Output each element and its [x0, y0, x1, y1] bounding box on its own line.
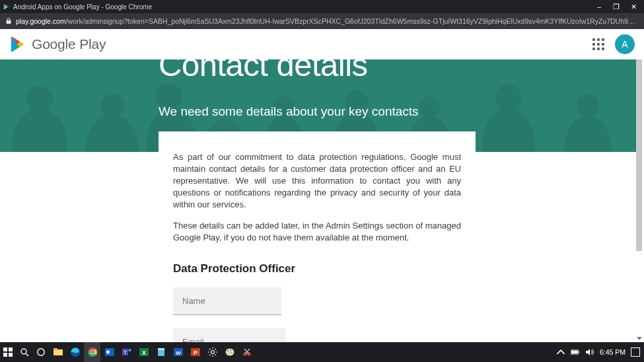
- url-path: /work/adminsignup?token=SABH_poNjl6m5aSU…: [66, 17, 639, 25]
- svg-rect-27: [3, 353, 7, 357]
- page-subtitle: We need some details about your key cont…: [159, 104, 419, 119]
- apps-icon[interactable]: [592, 38, 604, 50]
- google-play-header: Google Play A: [0, 29, 644, 59]
- svg-rect-73: [571, 351, 577, 353]
- cortana-button[interactable]: [33, 342, 49, 362]
- powerpoint-icon[interactable]: P: [187, 342, 203, 362]
- window-controls: – ❐ ✕: [595, 3, 641, 11]
- intro-paragraph-2: These details can be added later, in the…: [173, 220, 461, 244]
- chrome-icon[interactable]: [84, 342, 100, 362]
- scrollbar-down-icon[interactable]: [636, 334, 642, 342]
- teams-icon[interactable]: T: [118, 342, 135, 362]
- svg-point-67: [228, 353, 229, 354]
- outlook-icon[interactable]: [101, 342, 118, 362]
- svg-line-60: [215, 355, 215, 355]
- svg-point-42: [106, 351, 110, 354]
- form-card: As part of our commitment to data protec…: [159, 131, 476, 342]
- svg-line-62: [215, 349, 215, 349]
- account-avatar[interactable]: A: [615, 34, 635, 54]
- svg-point-29: [21, 349, 26, 354]
- dpo-email-field[interactable]: [173, 328, 285, 342]
- svg-point-11: [100, 94, 124, 118]
- svg-point-64: [227, 350, 228, 351]
- taskbar-clock[interactable]: 6:45 PM: [600, 348, 626, 356]
- svg-marker-24: [637, 337, 642, 340]
- svg-rect-28: [9, 353, 13, 357]
- svg-point-63: [225, 349, 234, 356]
- svg-point-66: [231, 352, 232, 353]
- svg-point-54: [211, 351, 214, 354]
- product-name: Google Play: [32, 36, 106, 52]
- svg-point-10: [86, 114, 139, 152]
- page-scrollbar[interactable]: [636, 59, 642, 342]
- svg-point-23: [577, 94, 599, 117]
- svg-text:W: W: [176, 350, 181, 356]
- settings-icon[interactable]: [204, 342, 221, 362]
- svg-marker-75: [586, 349, 590, 355]
- svg-point-22: [564, 116, 612, 152]
- svg-line-70: [245, 349, 250, 354]
- windows-taskbar: T X W P 6:45 PM: [0, 342, 644, 362]
- svg-rect-33: [54, 348, 57, 350]
- window-title: Android Apps on Google Play - Google Chr…: [13, 3, 595, 11]
- volume-icon[interactable]: [585, 347, 594, 357]
- svg-rect-25: [3, 347, 7, 351]
- paint-icon[interactable]: [221, 342, 238, 362]
- url-host: play.google.com: [16, 17, 66, 25]
- start-button[interactable]: [0, 342, 16, 362]
- svg-text:T: T: [124, 349, 127, 355]
- maximize-button[interactable]: ❐: [612, 3, 620, 11]
- play-icon: [3, 3, 9, 10]
- intro-paragraph-1: As part of our commitment to data protec…: [173, 151, 461, 211]
- svg-point-8: [12, 109, 67, 152]
- dpo-name-field[interactable]: [173, 287, 281, 315]
- svg-point-21: [495, 85, 522, 111]
- excel-icon[interactable]: X: [135, 342, 152, 362]
- svg-rect-74: [578, 351, 579, 353]
- play-store-icon: [9, 35, 26, 54]
- minimize-button[interactable]: –: [595, 3, 603, 11]
- window-titlebar: Android Apps on Google Play - Google Chr…: [0, 0, 644, 13]
- svg-point-19: [419, 96, 440, 118]
- svg-point-39: [90, 351, 94, 354]
- google-play-logo[interactable]: Google Play: [9, 35, 106, 54]
- svg-line-71: [244, 349, 249, 354]
- notifications-icon[interactable]: [631, 347, 640, 357]
- svg-line-30: [26, 353, 28, 356]
- svg-line-61: [209, 355, 210, 355]
- svg-line-59: [209, 349, 210, 349]
- battery-icon[interactable]: [571, 347, 580, 357]
- svg-text:P: P: [193, 349, 197, 356]
- svg-point-31: [38, 349, 44, 355]
- lock-icon: [5, 18, 12, 24]
- svg-rect-26: [9, 347, 13, 351]
- url-text: play.google.com/work/adminsignup?token=S…: [16, 17, 639, 25]
- svg-point-45: [128, 349, 131, 351]
- svg-rect-3: [7, 20, 11, 24]
- snipping-tool-icon[interactable]: [238, 342, 255, 362]
- page-title: Contact details: [159, 59, 368, 83]
- page-content: Contact details We need some details abo…: [0, 59, 644, 342]
- close-button[interactable]: ✕: [629, 3, 637, 11]
- search-button[interactable]: [17, 342, 32, 362]
- word-icon[interactable]: W: [170, 342, 186, 362]
- svg-rect-32: [54, 349, 63, 355]
- scrollbar-thumb[interactable]: [636, 59, 642, 251]
- svg-point-9: [26, 86, 53, 112]
- section-title-dpo: Data Protection Officer: [173, 262, 461, 275]
- svg-point-20: [482, 108, 535, 152]
- file-explorer-icon[interactable]: [50, 342, 66, 362]
- svg-text:X: X: [141, 349, 145, 356]
- svg-rect-49: [158, 348, 164, 350]
- address-bar[interactable]: play.google.com/work/adminsignup?token=S…: [0, 13, 644, 29]
- notepad-icon[interactable]: [153, 342, 169, 362]
- tray-chevron-icon[interactable]: [556, 347, 565, 357]
- svg-point-65: [229, 349, 231, 351]
- edge-icon[interactable]: [67, 342, 83, 362]
- system-tray: 6:45 PM: [556, 347, 644, 357]
